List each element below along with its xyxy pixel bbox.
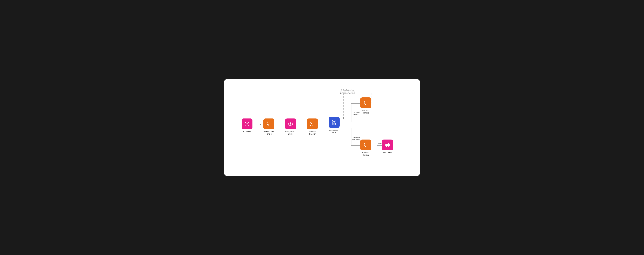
svg-text:On event: On event — [353, 112, 360, 114]
svg-text:Sets whether the: Sets whether the — [341, 89, 354, 91]
sqs-input-node: SQS Input — [242, 118, 252, 133]
reducer-handler-node: λ ReducerHandler — [360, 140, 371, 156]
svg-marker-45 — [386, 143, 389, 147]
svg-text:λ: λ — [310, 121, 313, 127]
dedup-handler-node: λ DeduplicationHandler — [264, 118, 274, 135]
sns-output-node: SNS Output — [382, 140, 393, 154]
svg-point-31 — [290, 123, 291, 124]
evaluation-handler-node: λ EvaluationHandler — [360, 97, 371, 114]
dedup-handler-label: DeduplicationHandler — [264, 131, 274, 135]
svg-text:created: created — [354, 114, 359, 115]
insertion-handler-label: InsertionHandler — [309, 131, 316, 135]
sqs-input-label: SQS Input — [243, 131, 251, 133]
svg-text:evaluation: evaluation — [352, 138, 360, 140]
dedup-handler-icon: λ — [264, 118, 274, 129]
dedup-queue-label: DeduplicationQueue — [285, 131, 296, 135]
diagram: Consume Documents Insert events Consumes… — [234, 85, 410, 170]
evaluation-handler-label: EvaluationHandler — [362, 109, 370, 114]
svg-text:On positive: On positive — [352, 137, 360, 138]
dedup-queue-icon — [285, 118, 296, 129]
insertion-handler-icon: λ — [307, 118, 318, 129]
svg-text:for a chain identifier: for a chain identifier — [340, 93, 355, 95]
dedup-queue-node: DeduplicationQueue — [285, 118, 296, 135]
svg-text:λ: λ — [266, 121, 269, 127]
svg-text:λ: λ — [364, 142, 366, 148]
aggregation-table-node: AggregationTable — [329, 117, 340, 134]
evaluation-handler-icon: λ — [360, 97, 371, 108]
svg-point-24 — [246, 123, 248, 124]
insertion-handler-node: λ InsertionHandler — [307, 118, 318, 135]
svg-text:λ: λ — [364, 100, 366, 106]
aggregation-table-label: AggregationTable — [329, 129, 339, 134]
svg-point-37 — [332, 120, 336, 121]
svg-text:evaluation is positive: evaluation is positive — [340, 91, 355, 93]
diagram-container: Consume Documents Insert events Consumes… — [224, 79, 420, 176]
sqs-input-icon — [242, 118, 252, 129]
sns-output-label: SNS Output — [383, 152, 392, 154]
reducer-handler-icon: λ — [360, 140, 371, 150]
svg-point-38 — [332, 123, 336, 125]
sns-output-icon — [382, 140, 393, 150]
reducer-handler-label: ReducerHandler — [362, 152, 369, 156]
aggregation-table-icon — [329, 117, 340, 128]
